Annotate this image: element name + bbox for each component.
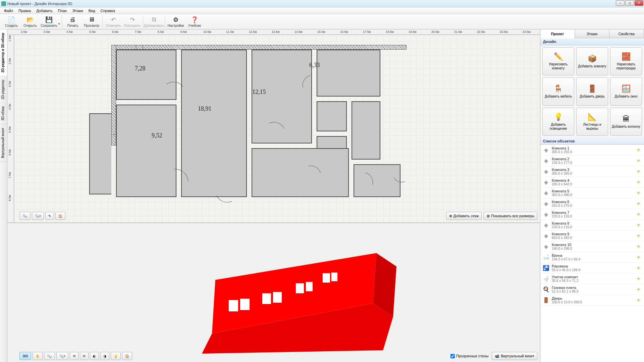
visibility-icon[interactable]: 👁: [637, 244, 642, 249]
add-window-button[interactable]: 🪟Добавить окно: [610, 77, 642, 106]
object-item[interactable]: ◈Комната 4335.0 x 642.0👁: [540, 177, 644, 188]
object-dimensions: 220.0 x 116.0: [552, 225, 637, 229]
menu-справка[interactable]: Справка: [98, 8, 118, 13]
visibility-icon[interactable]: 👁: [637, 287, 642, 292]
visibility-icon[interactable]: 👁: [637, 277, 642, 281]
draw-partition-button[interactable]: 🧱Нарисовать перегородку: [610, 47, 642, 75]
visibility-icon[interactable]: 👁: [637, 191, 642, 195]
visibility-icon[interactable]: 👁: [637, 234, 642, 238]
svg-rect-4: [240, 299, 250, 310]
add-light-button[interactable]: 💡Добавить освещение: [542, 108, 574, 136]
print-button[interactable]: 🖨Печать: [63, 15, 82, 29]
maximize-button[interactable]: ◻: [625, 0, 634, 6]
add-floor-button[interactable]: ⊕Добавить этаж: [446, 212, 482, 220]
visibility-icon[interactable]: 👁: [637, 298, 642, 303]
object-item[interactable]: 🍳Газовая плита51.0 x 62.1 x 86.9👁: [540, 284, 644, 295]
visibility-icon[interactable]: 👁: [637, 148, 642, 153]
object-item[interactable]: 🚰Раковина55.0 x 45.0 x 108.4👁: [540, 263, 644, 274]
object-item[interactable]: 🚽Унитаз компакт35.6 x 56.5 x 71.2👁: [540, 274, 644, 284]
duplicate-button: ⧉Дублировать: [145, 15, 163, 29]
object-item[interactable]: ◈Комната 6315.0 x 275.0👁: [540, 198, 644, 209]
zoom-out-3d-button[interactable]: 🔍-: [44, 352, 55, 360]
menu-файл[interactable]: Файл: [1, 8, 16, 13]
object-item[interactable]: ◈Комната 2135.0 x 177.0👁: [540, 156, 644, 166]
menu-добавить[interactable]: Добавить: [34, 8, 55, 13]
close-button[interactable]: ✕: [635, 0, 643, 6]
object-item[interactable]: ◈Комната 8220.0 x 116.0👁: [540, 220, 644, 231]
tutorial-button[interactable]: ❓Учебник: [185, 15, 204, 29]
menu-вид[interactable]: Вид: [86, 8, 98, 13]
add-door-button[interactable]: 🚪Добавить дверь: [576, 77, 608, 106]
model-3d: [195, 233, 410, 354]
create-button[interactable]: 📄Создать: [2, 15, 21, 29]
rotate-right-button[interactable]: ⟳: [80, 352, 89, 360]
visibility-icon[interactable]: 👁: [637, 223, 642, 228]
save-dropdown[interactable]: ▼: [58, 22, 60, 25]
panel-tab-floors[interactable]: Этажи: [575, 29, 609, 38]
add-furniture-button[interactable]: 🪑Добавить мебель: [542, 77, 574, 106]
left-tab-2d[interactable]: 2D-редактор: [0, 76, 7, 103]
menu-план[interactable]: План: [55, 8, 70, 13]
view-front-button[interactable]: ◐: [90, 352, 99, 360]
object-item[interactable]: ◈Комната 3305.0 x 365.0👁: [540, 166, 644, 177]
minimize-button[interactable]: ─: [616, 0, 625, 6]
menu-правка[interactable]: Правка: [16, 8, 34, 13]
add-column-button[interactable]: 🏛Добавить колонну: [610, 108, 642, 136]
toolbar: 📄Создать📂Открыть💾Сохранить▼🖨Печать🖥Просм…: [0, 14, 644, 29]
object-item[interactable]: ◈Комната 5303.0 x 480.0👁: [540, 188, 644, 198]
edit-tool-button[interactable]: ✎: [45, 212, 54, 220]
show-sizes-button[interactable]: ⊞Показывать все размеры: [484, 212, 537, 220]
zoom-out-button[interactable]: 🔍-: [19, 212, 31, 220]
orbit-button[interactable]: 360: [19, 352, 31, 360]
object-dimensions: 305.0 x 292.0: [552, 150, 637, 154]
stairs-button[interactable]: 📐Лестницы и вырезы: [576, 108, 608, 136]
pan-button[interactable]: ✋: [33, 352, 43, 360]
object-item[interactable]: 🚪Дверь100.0 x 15.0 x 200.0👁: [540, 295, 644, 306]
visibility-icon[interactable]: 👁: [637, 212, 642, 217]
object-item[interactable]: ◈Комната 10140.0 x 296.0👁: [540, 241, 644, 252]
home-button[interactable]: 🏠: [55, 212, 65, 220]
svg-rect-7: [296, 283, 304, 293]
visibility-icon[interactable]: 👁: [637, 201, 642, 206]
zoom-in-3d-button[interactable]: 🔍+: [56, 352, 68, 360]
menu-этажи[interactable]: Этажи: [69, 8, 86, 13]
left-tab-3d[interactable]: 3D-обзор: [0, 103, 7, 124]
save-button[interactable]: 💾Сохранить: [40, 15, 58, 29]
panel-tab-project[interactable]: Проект: [540, 29, 575, 38]
visibility-icon[interactable]: 👁: [637, 169, 642, 174]
visibility-icon[interactable]: 👁: [637, 180, 642, 185]
visibility-icon[interactable]: 👁: [637, 255, 642, 260]
rotate-left-button[interactable]: ⟲: [70, 352, 78, 360]
object-name: Дверь: [552, 296, 637, 300]
open-button[interactable]: 📂Открыть: [21, 15, 40, 29]
draw-room-button[interactable]: ✏️Нарисовать комнату: [542, 47, 574, 75]
object-item[interactable]: ◈Комната 7220.0 x 159.0👁: [540, 209, 644, 220]
home-3d-button[interactable]: 🏠: [122, 352, 132, 360]
view-3d[interactable]: 360 ✋ 🔍- 🔍+ ⟲ ⟳ ◐ ◑ 💡 🏠 Прозрачные стены…: [7, 223, 540, 362]
preview-button[interactable]: 🖥Просмотр: [82, 15, 101, 29]
object-name: Комната 6: [552, 200, 637, 204]
left-tab-virtual[interactable]: Виртуальный визит: [0, 124, 7, 162]
virtual-visit-button[interactable]: 📹Виртуальный визит: [492, 352, 537, 360]
view-back-button[interactable]: ◑: [100, 352, 109, 360]
zoom-in-button[interactable]: 🔍+: [32, 212, 44, 220]
settings-button[interactable]: ⚙Настройки: [166, 15, 185, 29]
design-header: Дизайн: [540, 38, 644, 45]
object-list[interactable]: ◈Комната 1305.0 x 292.0👁◈Комната 2135.0 …: [540, 145, 644, 362]
transparent-walls-checkbox[interactable]: Прозрачные стены: [450, 354, 488, 358]
left-tab-combo[interactable]: 2D-редактор и 3D-обзор: [0, 29, 7, 76]
visibility-icon[interactable]: 👁: [637, 266, 642, 270]
object-dimensions: 220.0 x 159.0: [552, 215, 637, 218]
object-dimensions: 154.2 x 67.5 x 50.4: [552, 257, 637, 261]
add-room-button[interactable]: 📦Добавить комнату: [576, 47, 608, 75]
panel-tab-props[interactable]: Свойства: [609, 29, 644, 38]
object-dimensions: 35.6 x 56.5 x 71.2: [552, 279, 637, 283]
light-toggle-button[interactable]: 💡: [111, 352, 121, 360]
object-item[interactable]: ◈Комната 9603.0 x 382.0👁: [540, 231, 644, 241]
object-icon: ◈: [542, 232, 550, 240]
object-dimensions: 100.0 x 15.0 x 200.0: [552, 300, 637, 304]
visibility-icon[interactable]: 👁: [637, 159, 642, 163]
object-item[interactable]: 🛁Ванна154.2 x 67.5 x 50.4👁: [540, 252, 644, 263]
view-2d[interactable]: 1.5м2.5м3.5м4.5м5.5м6.5м7.5м8.5м: [7, 35, 540, 223]
object-item[interactable]: ◈Комната 1305.0 x 292.0👁: [540, 145, 644, 156]
